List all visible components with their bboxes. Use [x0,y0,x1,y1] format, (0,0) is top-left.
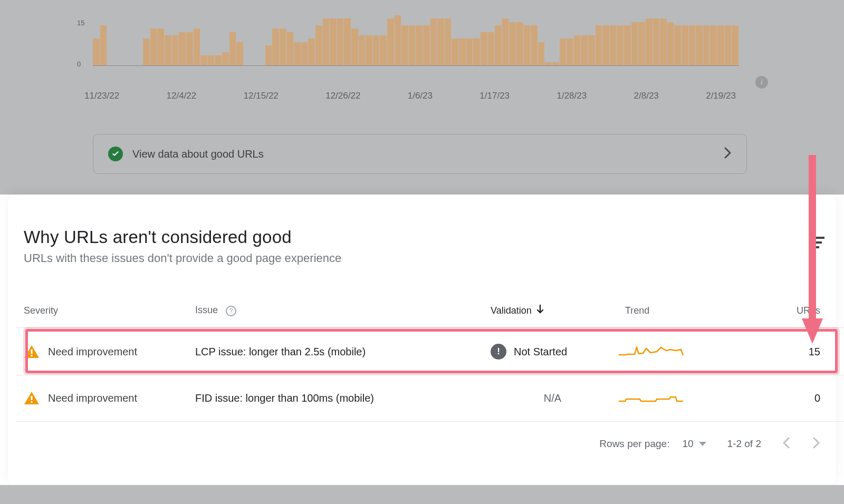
svg-rect-0 [809,237,824,239]
view-good-urls-label: View data about good URLs [132,148,264,160]
svg-rect-5 [31,396,32,400]
table-header: Severity Issue ? Validation Trend URLs [24,297,820,324]
next-page-button[interactable] [813,437,820,451]
panel-title: Why URLs aren't considered good [24,227,292,247]
x-axis-tick: 11/23/22 [84,91,119,101]
severity-label: Need improvement [48,392,137,404]
svg-rect-2 [814,246,819,248]
x-axis-tick: 1/28/23 [557,91,587,101]
svg-rect-1 [811,241,822,244]
table-row[interactable]: Need improvement LCP issue: longer than … [24,329,820,374]
rows-per-page-select[interactable]: 10 [682,438,706,450]
col-issue[interactable]: Issue ? [195,305,491,316]
divider [16,421,844,422]
sparkline [619,343,687,358]
col-validation[interactable]: Validation [491,304,615,317]
filter-icon[interactable] [809,237,824,250]
help-icon[interactable]: ? [226,306,236,316]
warning-icon [24,391,40,405]
svg-rect-4 [31,355,32,356]
url-count: 0 [738,392,820,404]
chart-baseline [93,65,739,66]
prev-page-button[interactable] [782,437,790,451]
issue-text: FID issue: longer than 100ms (mobile) [195,392,491,404]
bottom-strip [0,485,844,504]
exclamation-icon: ! [491,344,506,360]
validation-cell: ! Not Started [491,344,615,360]
chart-x-axis: 11/23/2212/4/2212/15/2212/26/221/6/231/1… [84,91,736,101]
check-icon [108,147,123,161]
table-row[interactable]: Need improvement FID issue: longer than … [24,376,820,420]
rows-per-page-value: 10 [682,438,693,450]
page-range: 1-2 of 2 [727,438,761,450]
col-issue-label: Issue [195,305,218,315]
warning-icon [24,345,40,358]
col-validation-label: Validation [491,305,532,316]
pagination: Rows per page: 10 1-2 of 2 [24,425,820,462]
issues-panel: Why URLs aren't considered good URLs wit… [8,195,836,484]
chevron-right-icon [724,147,732,161]
y-axis-zero: 0 [77,60,81,68]
chart-info-icon: i [755,76,768,89]
panel-subtitle: URLs with these issues don't provide a g… [24,251,341,265]
y-axis-max: 15 [77,19,84,27]
x-axis-tick: 1/17/23 [479,91,510,101]
divider [16,327,844,328]
url-chart: 15 0 [71,0,746,71]
x-axis-tick: 12/4/22 [167,91,197,101]
view-good-urls-button[interactable]: View data about good URLs [93,134,747,174]
sparkline [619,390,687,404]
dropdown-icon [699,442,706,446]
chart-bars [93,0,739,65]
x-axis-tick: 2/8/23 [634,91,659,101]
severity-label: Need improvement [48,346,137,358]
issue-text: LCP issue: longer than 2.5s (mobile) [195,346,491,358]
x-axis-tick: 1/6/23 [408,91,433,101]
sort-desc-icon [536,304,544,317]
col-trend[interactable]: Trend [615,305,738,316]
svg-rect-6 [31,401,32,403]
col-severity[interactable]: Severity [24,305,195,316]
divider [16,375,844,375]
x-axis-tick: 12/15/22 [244,91,279,101]
validation-text: N/A [544,392,561,404]
validation-cell: N/A [491,392,615,404]
trend-cell [615,390,738,407]
validation-text: Not Started [514,346,567,358]
dimmed-background: 15 0 i 11/23/2212/4/2212/15/2212/26/221/… [0,0,844,195]
col-urls[interactable]: URLs [738,305,820,316]
x-axis-tick: 12/26/22 [325,91,360,101]
url-count: 15 [738,346,820,358]
trend-cell [615,343,738,361]
svg-rect-3 [31,350,32,354]
rows-per-page-label: Rows per page: [599,438,669,450]
x-axis-tick: 2/19/23 [706,91,736,101]
